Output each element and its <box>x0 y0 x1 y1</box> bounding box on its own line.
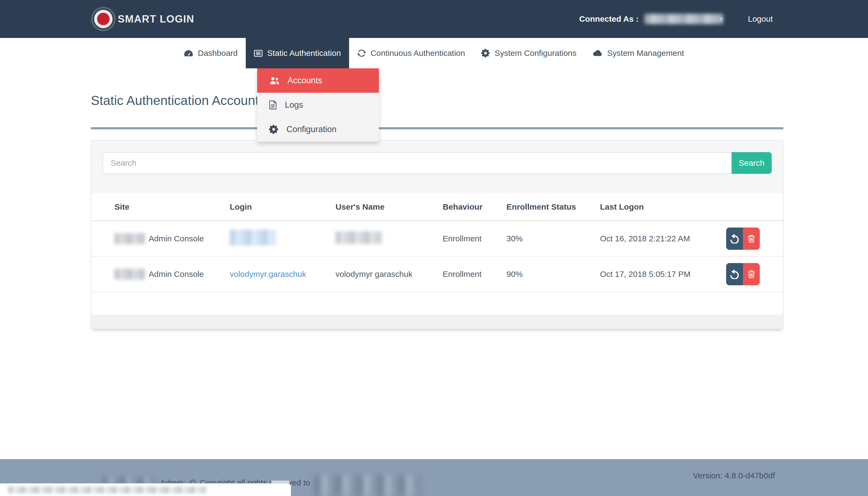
behaviour-cell: Enrollment <box>443 269 507 279</box>
redacted-site-prefix <box>114 233 145 244</box>
trash-icon <box>747 234 756 243</box>
gear-icon <box>269 125 278 134</box>
dropdown-item-label: Logs <box>285 100 303 110</box>
trash-icon <box>747 269 756 279</box>
page-title: Static Authentication Accounts <box>91 93 265 108</box>
enrollment-status-cell: 90% <box>507 269 600 279</box>
connected-as-label: Connected As : <box>579 14 638 24</box>
nav-item-system-management[interactable]: System Management <box>585 38 692 68</box>
logout-button[interactable]: Logout <box>748 14 773 24</box>
static-authentication-dropdown: Accounts Logs Configuration <box>257 68 379 142</box>
redacted-status-url <box>8 486 206 493</box>
nav-item-label: System Management <box>607 48 684 58</box>
dropdown-item-accounts[interactable]: Accounts <box>257 68 379 93</box>
row-action-buttons <box>726 263 760 285</box>
refresh-icon <box>357 49 366 57</box>
file-icon <box>269 100 277 110</box>
column-header-behaviour: Behaviour <box>443 202 507 212</box>
search-button[interactable]: Search <box>731 152 772 174</box>
undo-icon <box>730 234 740 244</box>
undo-icon <box>730 269 740 279</box>
users-icon <box>269 77 279 84</box>
dropdown-item-label: Accounts <box>288 76 322 86</box>
nav-item-static-authentication[interactable]: Static Authentication <box>246 38 349 68</box>
actions-cell <box>719 263 783 285</box>
tachometer-icon <box>184 50 193 57</box>
search-group: Search <box>103 152 772 174</box>
nav-item-label: Dashboard <box>198 48 238 58</box>
redacted-login-link[interactable] <box>230 230 275 245</box>
top-header-bar: SMART LOGIN Connected As : ▾ Logout <box>0 0 868 38</box>
accounts-table: Site Login User's Name Behaviour Enrollm… <box>91 193 783 315</box>
smart-login-logo-icon <box>97 13 110 25</box>
dropdown-item-label: Configuration <box>286 124 336 134</box>
dropdown-item-configuration[interactable]: Configuration <box>257 117 379 142</box>
redacted-footer-company <box>314 475 421 496</box>
version-label: Version: 4.8.0-d47b0df <box>693 471 775 480</box>
nav-item-label: System Configurations <box>495 48 576 58</box>
nav-item-system-configurations[interactable]: System Configurations <box>473 38 585 68</box>
last-logon-cell: Oct 17, 2018 5:05:17 PM <box>600 269 719 279</box>
username-cell: volodymyr garaschuk <box>336 269 443 279</box>
accounts-panel: Search Site Login User's Name Behaviour … <box>91 140 784 329</box>
nav-item-continuous-authentication[interactable]: Continuous Authentication <box>349 38 473 68</box>
enrollment-status-cell: 30% <box>507 234 600 243</box>
redacted-site-prefix <box>114 269 145 280</box>
brand-title: SMART LOGIN <box>118 13 194 25</box>
site-label: Admin Console <box>149 234 204 243</box>
login-cell: volodymyr.garaschuk <box>230 269 336 279</box>
nav-item-label: Static Authentication <box>267 48 341 58</box>
redacted-username <box>336 231 382 244</box>
login-cell <box>230 230 336 247</box>
delete-button[interactable] <box>743 228 760 250</box>
table-row: Admin Console volodymyr.garaschuk volody… <box>91 257 783 292</box>
main-navbar: Dashboard Static Authentication Continuo… <box>0 38 868 68</box>
site-cell: Admin Console <box>91 269 230 280</box>
column-header-username: User's Name <box>336 202 443 212</box>
reset-enrollment-button[interactable] <box>726 263 743 285</box>
reset-enrollment-button[interactable] <box>726 228 743 250</box>
username-cell <box>336 231 443 246</box>
gear-icon <box>481 49 490 58</box>
cloud-icon <box>593 50 602 57</box>
search-input[interactable] <box>103 152 732 174</box>
panel-footer-strip <box>91 314 783 329</box>
dropdown-item-logs[interactable]: Logs <box>257 93 379 117</box>
column-header-last-logon: Last Logon <box>600 202 719 212</box>
brand-logo[interactable]: SMART LOGIN <box>91 0 194 38</box>
column-header-enrollment-status: Enrollment Status <box>507 202 600 212</box>
title-underline <box>91 127 784 129</box>
column-header-login: Login <box>230 202 336 212</box>
last-logon-cell: Oct 16, 2018 2:21:22 AM <box>600 234 719 243</box>
column-header-site: Site <box>91 202 230 212</box>
topbar-right-group: Connected As : ▾ Logout <box>579 0 773 38</box>
site-label: Admin Console <box>149 269 204 279</box>
nav-item-label: Continuous Authentication <box>371 48 465 58</box>
table-header-row: Site Login User's Name Behaviour Enrollm… <box>91 193 783 221</box>
list-icon <box>254 50 263 57</box>
redacted-current-user[interactable] <box>645 14 723 24</box>
browser-status-bar <box>0 483 291 496</box>
behaviour-cell: Enrollment <box>443 234 507 243</box>
nav-item-dashboard[interactable]: Dashboard <box>176 38 246 68</box>
site-cell: Admin Console <box>91 233 230 244</box>
login-link[interactable]: volodymyr.garaschuk <box>230 269 306 279</box>
actions-cell <box>719 228 783 250</box>
delete-button[interactable] <box>743 263 760 285</box>
table-row: Admin Console Enrollment 30% Oct 16, 201… <box>91 221 783 257</box>
row-action-buttons <box>726 228 760 250</box>
